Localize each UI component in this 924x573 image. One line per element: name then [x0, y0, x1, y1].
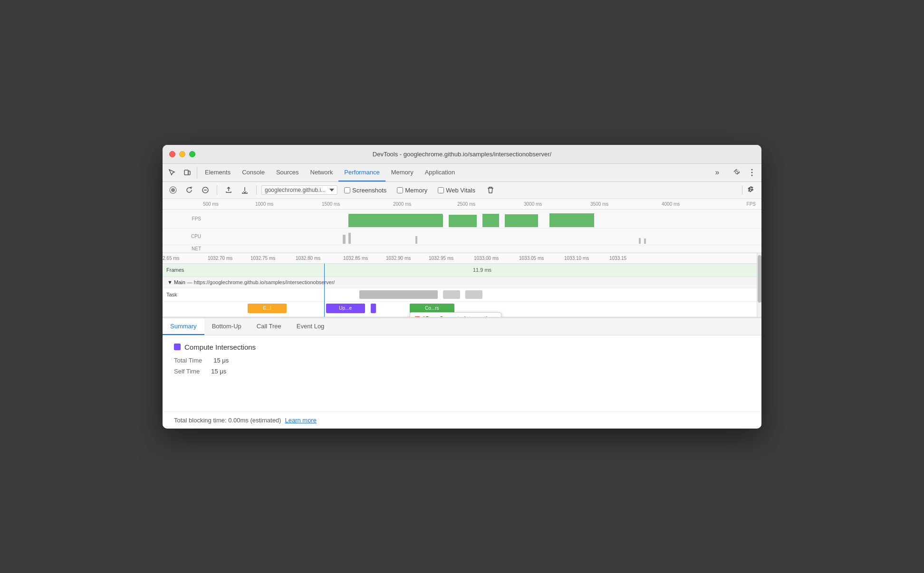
toolbar-sep-3 [742, 185, 742, 195]
time-ruler-detail: 2.65 ms 1032.70 ms 1032.75 ms 1032.80 ms… [163, 253, 761, 264]
frames-label: Frames [163, 267, 203, 273]
minimize-button[interactable] [179, 151, 185, 157]
time-mark-1: 1032.70 ms [208, 256, 232, 261]
learn-more-link[interactable]: Learn more [285, 417, 316, 424]
upload-button[interactable] [222, 183, 235, 197]
url-selector[interactable]: googlechrome.github.i... [261, 185, 337, 195]
tab-console[interactable]: Console [236, 164, 270, 181]
bottom-tabs: Summary Bottom-Up Call Tree Event Log [163, 318, 761, 335]
close-button[interactable] [169, 151, 175, 157]
performance-toolbar: googlechrome.github.i... Screenshots Mem… [163, 182, 761, 199]
tab-application[interactable]: Application [419, 164, 461, 181]
tab-network[interactable]: Network [305, 164, 339, 181]
ruler-mark-7: 4000 ms [662, 201, 680, 207]
time-mark-3: 1032.80 ms [296, 256, 320, 261]
cpu-mark-1 [343, 235, 346, 244]
time-mark-7: 1033.00 ms [474, 256, 499, 261]
main-label: ▼ Main [167, 279, 185, 285]
svg-point-2 [751, 169, 753, 171]
net-label: NET [163, 246, 203, 251]
function-bars-row: E...l Up...e Co...rs 15 μs Compute Inter… [163, 302, 761, 317]
task-bar-3 [465, 290, 482, 299]
settings-button[interactable] [729, 169, 744, 176]
frames-row: Frames 11.9 ms [163, 264, 761, 277]
device-toolbar-button[interactable] [180, 164, 195, 181]
tab-summary[interactable]: Summary [163, 318, 204, 335]
summary-title: Compute Intersections [174, 343, 750, 351]
fps-label: FPS [163, 216, 203, 221]
record-button[interactable] [166, 183, 180, 197]
tab-sources[interactable]: Sources [270, 164, 305, 181]
bottom-footer: Total blocking time: 0.00ms (estimated) … [163, 411, 761, 429]
time-mark-5: 1032.90 ms [386, 256, 411, 261]
time-mark-10: 1033.15 [609, 256, 626, 261]
ruler-mark-3: 2000 ms [393, 201, 411, 207]
maximize-button[interactable] [189, 151, 195, 157]
tab-memory[interactable]: Memory [385, 164, 419, 181]
cpu-label: CPU [163, 234, 203, 239]
clear-button[interactable] [199, 183, 212, 197]
more-tabs-button[interactable]: » [710, 168, 725, 177]
frame-duration: 11.9 ms [473, 267, 491, 273]
memory-checkbox[interactable]: Memory [397, 187, 427, 194]
tooltip-swatch [415, 316, 420, 317]
devtools-window: DevTools - googlechrome.github.io/sample… [163, 145, 761, 429]
time-mark-2: 1032.75 ms [250, 256, 275, 261]
tab-event-log[interactable]: Event Log [289, 318, 332, 335]
func-bar-el[interactable]: E...l [248, 304, 287, 313]
time-mark-4: 1032.85 ms [343, 256, 368, 261]
total-time-value: 15 μs [213, 357, 229, 364]
tabs-right: » [710, 164, 760, 181]
vertical-scrollbar[interactable] [757, 253, 761, 317]
fps-bar-1 [348, 214, 443, 227]
func-content: E...l Up...e Co...rs 15 μs Compute Inter… [203, 302, 761, 316]
func-bar-cors[interactable]: Co...rs [410, 304, 454, 313]
task-label: Task [163, 292, 203, 297]
tab-performance[interactable]: Performance [338, 164, 385, 181]
scrollbar-fps [753, 210, 757, 228]
cpu-row: CPU [163, 229, 761, 245]
reload-record-button[interactable] [183, 183, 196, 197]
toolbar-sep-1 [217, 185, 217, 195]
fps-row[interactable]: FPS [163, 210, 761, 229]
fps-bar-2 [449, 215, 477, 227]
svg-point-3 [751, 172, 753, 173]
self-time-label: Self Time [174, 368, 200, 375]
summary-swatch [174, 344, 181, 350]
web-vitals-checkbox[interactable]: Web Vitals [438, 187, 475, 194]
func-bar-small[interactable] [371, 304, 376, 313]
timeline-ruler: 500 ms 1000 ms 1500 ms 2000 ms 2500 ms 3… [163, 199, 761, 210]
time-mark-8: 1033.05 ms [519, 256, 544, 261]
ruler-mark-5: 3000 ms [524, 201, 542, 207]
footer-text: Total blocking time: 0.00ms (estimated) [174, 417, 281, 424]
tab-elements[interactable]: Elements [199, 164, 236, 181]
inspect-element-button[interactable] [164, 164, 180, 181]
title-bar: DevTools - googlechrome.github.io/sample… [163, 145, 761, 164]
timeline-overview: 500 ms 1000 ms 1500 ms 2000 ms 2500 ms 3… [163, 199, 761, 253]
capture-settings-button[interactable] [744, 183, 758, 197]
scrollbar-thumb[interactable] [758, 255, 761, 303]
main-row: ▼ Main — https://googlechrome.github.io/… [163, 277, 761, 288]
devtools-tab-bar: Elements Console Sources Network Perform… [163, 164, 761, 182]
ruler-mark-0: 500 ms [203, 201, 219, 207]
screenshots-checkbox[interactable]: Screenshots [344, 187, 386, 194]
download-button[interactable] [238, 183, 251, 197]
time-mark-9: 1033.10 ms [564, 256, 589, 261]
func-bar-upe[interactable]: Up...e [326, 304, 365, 313]
tab-bottom-up[interactable]: Bottom-Up [204, 318, 249, 335]
frames-content: 11.9 ms [203, 264, 761, 277]
fps-bar-4 [505, 214, 539, 227]
toolbar-sep-2 [256, 185, 257, 195]
summary-self-time-row: Self Time 15 μs [174, 368, 750, 375]
fps-bar-3 [482, 214, 499, 227]
svg-rect-1 [188, 171, 190, 175]
trash-button[interactable] [484, 183, 497, 197]
fps-bar-5 [549, 213, 594, 227]
cpu-mark-4 [639, 238, 641, 244]
fps-label-overview: FPS [747, 201, 756, 207]
more-options-button[interactable] [744, 169, 760, 176]
tooltip-time: 15 μs [423, 315, 437, 317]
window-title: DevTools - googlechrome.github.io/sample… [373, 151, 551, 158]
cpu-mark-2 [348, 233, 351, 243]
tab-call-tree[interactable]: Call Tree [249, 318, 289, 335]
